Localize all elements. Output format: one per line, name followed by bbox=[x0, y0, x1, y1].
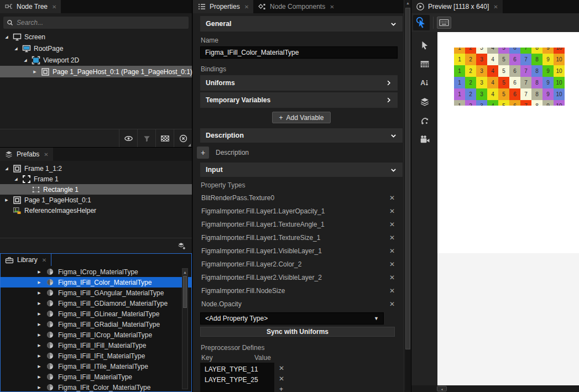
layers-tool-button[interactable] bbox=[419, 96, 430, 107]
define-value[interactable]: 5 bbox=[254, 376, 274, 384]
add-variable-button[interactable]: + Add Variable bbox=[272, 112, 331, 123]
property-type-row[interactable]: FigmaImporter.Fill.NodeSize✕ bbox=[200, 284, 399, 297]
search-input[interactable] bbox=[17, 19, 185, 27]
remove-property-button[interactable]: ✕ bbox=[387, 300, 398, 308]
property-type-row[interactable]: BlitRenderPass.Texture0✕ bbox=[200, 191, 399, 205]
tree-item[interactable]: ReferenceImagesHelper bbox=[0, 205, 192, 216]
isolate-button[interactable] bbox=[174, 129, 192, 148]
library-item[interactable]: ▶Figma_IFill_IFill_MaterialType bbox=[1, 340, 191, 351]
expand-arrow[interactable]: ◢ bbox=[22, 58, 29, 62]
visibility-eye-button[interactable] bbox=[119, 129, 137, 148]
library-item[interactable]: ▶Figma_IFill_GRadial_MaterialType bbox=[1, 319, 191, 330]
tab-node-tree[interactable]: Node Tree ✕ bbox=[0, 0, 61, 13]
property-type-row[interactable]: FigmaImporter.Fill.Layer1.VisibleLayer_1… bbox=[200, 244, 399, 258]
library-item[interactable]: ▶Figma_IFill_ITile_MaterialType bbox=[1, 361, 191, 372]
expand-arrow[interactable]: ▶ bbox=[36, 280, 43, 285]
tree-item[interactable]: ◢Frame 1_1:2 bbox=[0, 163, 192, 174]
library-item[interactable]: ▶Figma_ICrop_MaterialType bbox=[1, 266, 191, 277]
close-icon[interactable]: ✕ bbox=[42, 257, 46, 263]
checkerboard-button[interactable] bbox=[155, 129, 174, 148]
define-key[interactable]: LAYER_TYPE_1 bbox=[200, 365, 254, 373]
property-type-row[interactable]: FigmaImporter.Fill.Layer2.VisibleLayer_2… bbox=[200, 271, 399, 284]
define-row[interactable]: LAYER_TYPE_11 bbox=[200, 364, 274, 374]
tree-item[interactable]: ▶Page 1_PageHost_0:1 bbox=[0, 195, 192, 205]
tab-properties[interactable]: Properties ✕ bbox=[193, 0, 253, 13]
library-item[interactable]: ▶Figma_IFill_GLinear_MaterialType bbox=[1, 309, 191, 319]
property-type-row[interactable]: FigmaImporter.Fill.Layer1.LayerOpacity_1… bbox=[200, 205, 399, 218]
node-tree-search[interactable] bbox=[3, 17, 189, 29]
tab-preview[interactable]: Preview [1118 x 640] ✕ bbox=[411, 0, 503, 13]
add-property-type-dropdown[interactable]: <Add Property Type> ▼ bbox=[200, 312, 384, 325]
property-type-row[interactable]: FigmaImporter.Fill.Layer1.TextureAngle_1… bbox=[200, 218, 399, 231]
properties-scrollbar[interactable]: ▲ bbox=[404, 0, 411, 392]
scroll-up-icon[interactable]: ▲ bbox=[182, 269, 187, 275]
define-row[interactable]: LAYER_TYPE_25 bbox=[200, 374, 274, 385]
scrollbar-thumb[interactable] bbox=[183, 276, 187, 308]
select-tool-button[interactable] bbox=[419, 40, 430, 51]
expand-arrow[interactable]: ◢ bbox=[13, 177, 19, 181]
grid-tool-button[interactable] bbox=[419, 59, 430, 70]
property-type-row[interactable]: Node.Opacity✕ bbox=[200, 297, 399, 311]
expand-arrow[interactable]: ▶ bbox=[36, 270, 43, 274]
expand-arrow[interactable]: ▶ bbox=[3, 198, 10, 202]
remove-property-button[interactable]: ✕ bbox=[387, 274, 398, 281]
library-item[interactable]: ▶Figma_IFill_Color_MaterialType bbox=[1, 277, 191, 288]
tree-item[interactable]: ▶Page 1_PageHost_0:1 (Page 1_PageHost_0:… bbox=[0, 66, 192, 77]
expand-arrow[interactable]: ▶ bbox=[36, 312, 43, 316]
add-prefab-button[interactable] bbox=[177, 241, 186, 250]
library-item[interactable]: ▶Figma_IFill_GAngular_MaterialType bbox=[1, 288, 191, 298]
analyze-click-button[interactable] bbox=[413, 15, 430, 30]
section-general[interactable]: General bbox=[200, 16, 403, 32]
close-icon[interactable]: ✕ bbox=[330, 4, 334, 10]
tree-item[interactable]: ◢Viewport 2D bbox=[0, 54, 192, 66]
scroll-up-icon[interactable]: ▲ bbox=[405, 1, 410, 5]
expand-arrow[interactable]: ▶ bbox=[36, 375, 43, 379]
remove-property-button[interactable]: ✕ bbox=[387, 221, 398, 228]
tree-item[interactable]: ◢RootPage bbox=[0, 43, 192, 54]
property-type-row[interactable]: FigmaImporter.Fill.Layer1.TextureSize_1✕ bbox=[200, 231, 399, 244]
tree-item[interactable]: Rectangle 1 bbox=[0, 184, 192, 195]
expand-arrow[interactable]: ◢ bbox=[3, 166, 10, 171]
close-icon[interactable]: ✕ bbox=[52, 4, 56, 10]
add-define-button[interactable]: + bbox=[279, 384, 284, 392]
scroll-left-button[interactable]: ◂ bbox=[437, 386, 447, 391]
tab-node-components[interactable]: Node Components ✕ bbox=[253, 0, 338, 13]
expand-arrow[interactable]: ▶ bbox=[32, 70, 38, 74]
close-icon[interactable]: ✕ bbox=[44, 151, 48, 158]
expand-arrow[interactable]: ▶ bbox=[36, 333, 43, 337]
section-description[interactable]: Description bbox=[200, 128, 403, 143]
remove-define-button[interactable]: ✕ bbox=[279, 363, 284, 373]
close-icon[interactable]: ✕ bbox=[244, 4, 249, 10]
tab-library[interactable]: Library ✕ bbox=[0, 253, 51, 266]
temporary-variables-row[interactable]: Temporary Variables bbox=[200, 92, 398, 108]
preview-canvas[interactable]: 1234567891012345678910123456789101234567… bbox=[437, 32, 579, 253]
remove-property-button[interactable]: ✕ bbox=[387, 287, 398, 295]
expand-arrow[interactable]: ▶ bbox=[36, 354, 43, 358]
expand-arrow[interactable]: ▶ bbox=[36, 385, 43, 390]
sync-with-uniforms-button[interactable]: Sync with Uniforms bbox=[200, 327, 395, 337]
remove-define-button[interactable]: ✕ bbox=[279, 373, 284, 384]
camera-tool-button[interactable] bbox=[419, 134, 430, 145]
remove-property-button[interactable]: ✕ bbox=[387, 207, 398, 215]
library-scrollbar[interactable]: ▲ bbox=[182, 268, 188, 389]
remove-property-button[interactable]: ✕ bbox=[387, 194, 398, 202]
define-value[interactable]: 1 bbox=[254, 365, 274, 373]
library-item[interactable]: ▶Figma_IFill_ICrop_MaterialType bbox=[1, 330, 191, 340]
expand-arrow[interactable]: ▶ bbox=[36, 301, 43, 306]
expand-arrow[interactable]: ◢ bbox=[3, 35, 10, 39]
remove-property-button[interactable]: ✕ bbox=[387, 234, 398, 242]
property-type-row[interactable]: FigmaImporter.Fill.Layer2.Color_2✕ bbox=[200, 258, 399, 271]
tree-item[interactable]: ◢Screen bbox=[0, 31, 192, 43]
tab-prefabs[interactable]: Prefabs ✕ bbox=[0, 148, 53, 161]
tree-item[interactable]: ◢Frame 1 bbox=[0, 174, 192, 184]
define-row-empty[interactable] bbox=[200, 385, 274, 392]
expand-arrow[interactable]: ▶ bbox=[36, 291, 43, 295]
library-item[interactable]: ▶Figma_IFill_MaterialType bbox=[1, 372, 191, 382]
connections-tool-button[interactable] bbox=[419, 115, 430, 126]
close-icon[interactable]: ✕ bbox=[493, 4, 498, 10]
text-tool-button[interactable]: A bbox=[419, 77, 430, 88]
define-key[interactable]: LAYER_TYPE_2 bbox=[200, 376, 254, 384]
expand-arrow[interactable]: ▶ bbox=[36, 364, 43, 369]
filter-button[interactable] bbox=[137, 129, 155, 148]
name-field[interactable] bbox=[200, 46, 398, 59]
